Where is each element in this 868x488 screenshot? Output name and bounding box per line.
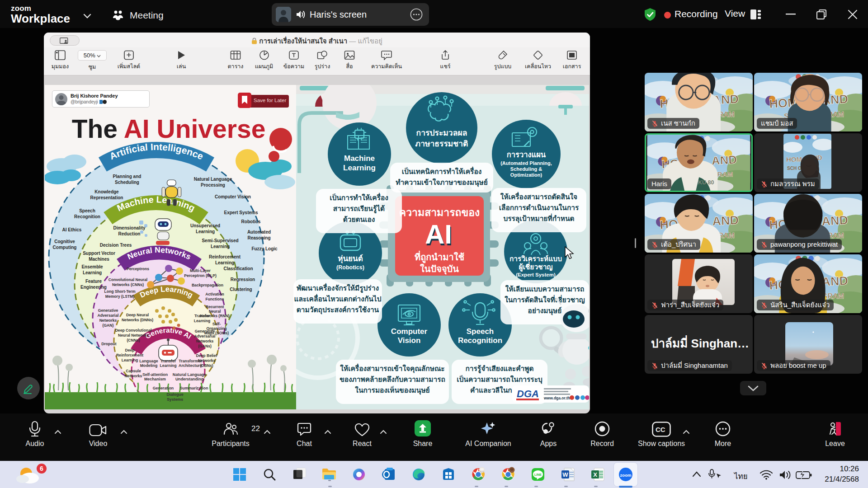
svg-text:Speech: Speech [467, 327, 494, 336]
svg-text:Natural Language: Natural Language [173, 372, 206, 377]
svg-text:Transformer: Transformer [179, 359, 202, 363]
svg-text:Transfer: Transfer [160, 359, 176, 363]
svg-text:Planning and: Planning and [113, 174, 142, 179]
svg-text:Fuzzy Logic: Fuzzy Logic [251, 246, 278, 251]
svg-text:Scheduling: Scheduling [115, 180, 139, 185]
svg-text:Perceptrons: Perceptrons [127, 267, 149, 271]
svg-text:Support Vector: Support Vector [83, 251, 115, 256]
svg-text:Natural Language: Natural Language [194, 177, 232, 182]
svg-text:www.dga.or.th: www.dga.or.th [543, 396, 570, 400]
svg-text:Adversarial: Adversarial [194, 334, 216, 338]
svg-text:Feature: Feature [85, 279, 102, 284]
svg-text:Robotics: Robotics [241, 219, 261, 224]
svg-text:Semi-Supervised: Semi-Supervised [202, 238, 238, 243]
svg-text:Vision: Vision [398, 336, 421, 345]
svg-text:Perceptron (MLP): Perceptron (MLP) [184, 273, 217, 278]
svg-text:Learning: Learning [343, 164, 376, 172]
svg-text:Reinforcement: Reinforcement [209, 254, 241, 259]
svg-text:Clustering: Clustering [230, 287, 252, 292]
svg-text:Optimization): Optimization) [510, 172, 542, 178]
svg-text:ผู้เชี่ยวชาญ: ผู้เชี่ยวชาญ [519, 262, 552, 272]
svg-text:Networks (CNNs): Networks (CNNs) [112, 282, 144, 287]
svg-text:Systems: Systems [167, 397, 183, 402]
svg-text:Memory (LSTM): Memory (LSTM) [105, 294, 135, 299]
svg-text:Learning: Learning [194, 319, 210, 323]
svg-text:Networks (DNNs): Networks (DNNs) [122, 318, 153, 322]
svg-text:Reasoning: Reasoning [247, 235, 270, 240]
svg-text:Networks: Networks [99, 318, 117, 323]
svg-text:Capsule: Capsule [126, 369, 141, 373]
svg-text:Unsupervised: Unsupervised [190, 223, 220, 228]
svg-text:Activation: Activation [205, 292, 224, 296]
svg-text:Knowledge: Knowledge [94, 189, 119, 194]
svg-text:HOM: HOM [786, 155, 802, 163]
svg-text:Learning: Learning [196, 229, 215, 234]
svg-text:Processing: Processing [201, 183, 225, 188]
svg-text:Scheduling &: Scheduling & [510, 166, 542, 172]
svg-text:Understanding: Understanding [175, 377, 203, 381]
svg-text:(GAN): (GAN) [103, 323, 114, 328]
svg-text:Multi-Layer: Multi-Layer [190, 268, 211, 273]
svg-text:Learning: Learning [215, 260, 234, 265]
svg-text:ความสามารถของ: ความสามารถของ [399, 206, 480, 218]
svg-text:Generative: Generative [195, 329, 215, 333]
svg-text:Deep Belief: Deep Belief [196, 353, 217, 358]
svg-text:ในปัจจุบัน: ในปัจจุบัน [420, 263, 459, 275]
svg-text:Backpropagation: Backpropagation [192, 283, 223, 287]
svg-text:Generative: Generative [98, 308, 118, 313]
svg-text:Computer Vision: Computer Vision [215, 194, 251, 199]
svg-text:Learning: Learning [211, 244, 230, 249]
svg-text:AI Ethics: AI Ethics [62, 227, 82, 232]
svg-text:Reduction: Reduction [118, 231, 141, 236]
svg-text:Speech: Speech [79, 208, 95, 213]
svg-text:การประมวลผล: การประมวลผล [416, 128, 467, 137]
svg-text:การวิเคราะห์แบบ: การวิเคราะห์แบบ [509, 255, 562, 263]
svg-text:การวางแผน: การวางแผน [507, 150, 546, 159]
svg-text:Computer: Computer [391, 327, 428, 336]
svg-text:Neural: Neural [209, 309, 221, 314]
svg-text:Representation: Representation [90, 195, 123, 200]
svg-text:Transfer: Transfer [194, 314, 210, 318]
svg-text:(Expert System): (Expert System) [516, 272, 556, 277]
svg-text:X: X [593, 471, 597, 478]
svg-text:Summarization: Summarization [179, 386, 208, 390]
svg-text:Computing: Computing [53, 245, 77, 250]
svg-text:Networks: Networks [125, 374, 142, 378]
svg-text:Engineering: Engineering [80, 285, 107, 290]
svg-text:Classification: Classification [223, 266, 253, 271]
svg-text:Recognition: Recognition [74, 214, 100, 219]
svg-text:Automated: Automated [247, 230, 271, 235]
svg-text:CC: CC [656, 426, 665, 433]
svg-text:LINE: LINE [534, 473, 542, 476]
svg-text:Mechanism: Mechanism [144, 377, 166, 381]
svg-text:(GANs): (GANs) [198, 344, 212, 348]
svg-text:Architecture: Architecture [179, 363, 202, 368]
svg-text:Reinforcement: Reinforcement [116, 353, 143, 357]
svg-text:ภาษาธรรมชาติ: ภาษาธรรมชาติ [415, 139, 468, 148]
svg-text:Cognitive: Cognitive [54, 239, 75, 244]
svg-text:zoom: zoom [620, 473, 632, 478]
svg-text:Recurrent: Recurrent [206, 305, 224, 309]
svg-text:Self-: Self- [212, 322, 221, 326]
svg-text:Self-attention: Self-attention [142, 372, 168, 377]
svg-text:Deep: Deep [125, 348, 134, 352]
svg-text:Dropout: Dropout [101, 342, 117, 346]
svg-text:6: 6 [40, 465, 43, 472]
svg-text:Learning: Learning [83, 270, 102, 275]
svg-text:W: W [562, 471, 568, 478]
svg-text:AI: AI [425, 219, 452, 249]
svg-text:Networks: Networks [196, 339, 214, 343]
svg-text:KU 80: KU 80 [698, 179, 714, 186]
svg-text:Deep Neural: Deep Neural [126, 313, 149, 317]
svg-text:Regression: Regression [231, 277, 255, 282]
svg-text:Learning: Learning [160, 363, 176, 368]
svg-text:Decision Trees: Decision Trees [100, 243, 132, 248]
svg-text:Machine: Machine [344, 154, 375, 163]
svg-text:(Automated Planning,: (Automated Planning, [500, 160, 552, 166]
svg-text:Learning: Learning [122, 358, 138, 362]
svg-text:Adversarial: Adversarial [98, 313, 119, 318]
svg-text:SCH O: SCH O [787, 166, 802, 171]
svg-text:DGA: DGA [517, 388, 539, 399]
svg-text:Dimensionality: Dimensionality [113, 225, 146, 230]
svg-text:The AI Universe: The AI Universe [72, 114, 266, 143]
